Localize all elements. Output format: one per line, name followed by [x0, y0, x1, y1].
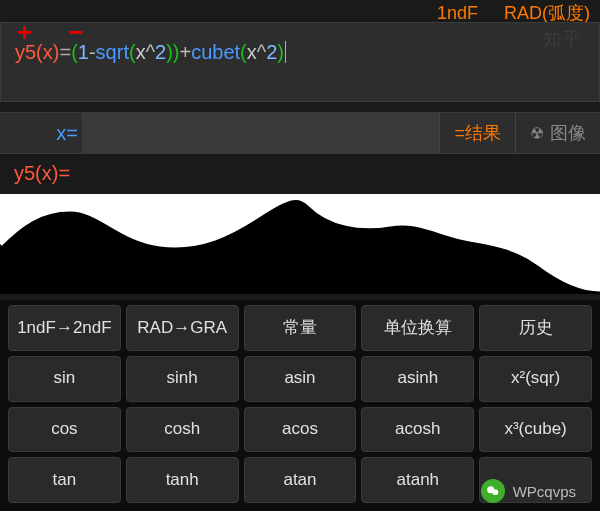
compute-result-button[interactable]: =结果: [439, 113, 515, 153]
key-acosh[interactable]: acosh: [361, 407, 474, 453]
x-input-field[interactable]: [82, 113, 439, 153]
key-blank[interactable]: [479, 457, 592, 503]
key-cosh[interactable]: cosh: [126, 407, 239, 453]
key-sin[interactable]: sin: [8, 356, 121, 402]
result-row: y5(x)=: [0, 156, 600, 190]
caret-icon: ​: [285, 41, 286, 63]
watermark-text: 知乎: [543, 27, 583, 51]
key-atanh[interactable]: atanh: [361, 457, 474, 503]
key-shift-toggle[interactable]: 1ndF→2ndF: [8, 305, 121, 351]
formula-editor[interactable]: + − 知乎 y5(x)=(1-sqrt(x^2))+cubet(x^2)​: [0, 22, 600, 102]
function-keypad: 1ndF→2ndF RAD→GRA 常量 单位换算 历史 sin sinh as…: [0, 300, 600, 511]
key-square[interactable]: x²(sqr): [479, 356, 592, 402]
key-unit-convert[interactable]: 单位换算: [361, 305, 474, 351]
graph-area[interactable]: [0, 194, 600, 294]
key-constants[interactable]: 常量: [244, 305, 357, 351]
key-angle-toggle[interactable]: RAD→GRA: [126, 305, 239, 351]
result-label: y5(x)=: [14, 162, 70, 185]
key-sinh[interactable]: sinh: [126, 356, 239, 402]
shift-mode-indicator: 1ndF: [437, 3, 478, 24]
key-history[interactable]: 历史: [479, 305, 592, 351]
key-tanh[interactable]: tanh: [126, 457, 239, 503]
graph-curve: [0, 194, 600, 294]
key-asinh[interactable]: asinh: [361, 356, 474, 402]
key-asin[interactable]: asin: [244, 356, 357, 402]
function-name: y5(x): [15, 41, 59, 63]
x-input-row: x= =结果 ☢ 图像: [0, 112, 600, 154]
key-cube[interactable]: x³(cube): [479, 407, 592, 453]
x-label: x=: [0, 113, 82, 153]
key-acos[interactable]: acos: [244, 407, 357, 453]
calculator-screen: 1ndF RAD(弧度) + − 知乎 y5(x)=(1-sqrt(x^2))+…: [0, 0, 600, 511]
key-tan[interactable]: tan: [8, 457, 121, 503]
key-atan[interactable]: atan: [244, 457, 357, 503]
formula-expression: y5(x)=(1-sqrt(x^2))+cubet(x^2)​: [15, 41, 286, 64]
radiation-icon: ☢: [530, 124, 544, 143]
plot-image-button[interactable]: ☢ 图像: [515, 113, 600, 153]
key-cos[interactable]: cos: [8, 407, 121, 453]
